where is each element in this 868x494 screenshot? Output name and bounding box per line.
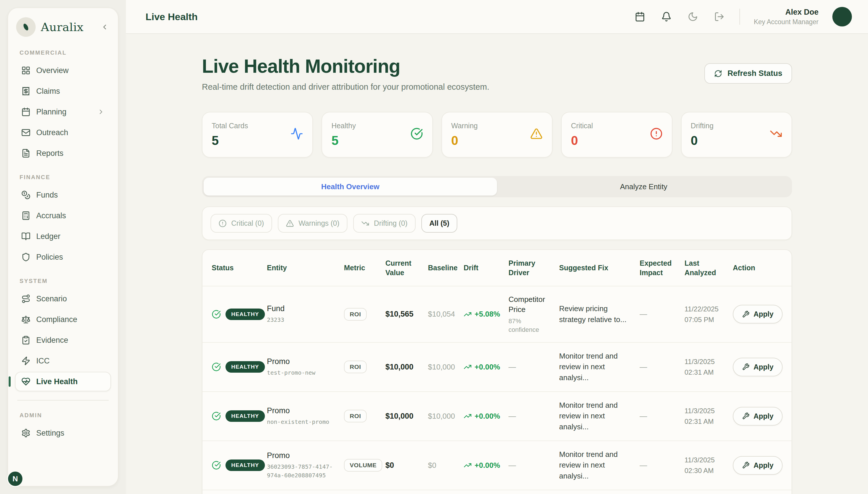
route-icon: [21, 294, 31, 303]
sidebar-item-outreach[interactable]: Outreach: [15, 123, 111, 142]
apply-label: Apply: [754, 363, 773, 371]
page-title: Live Health Monitoring: [202, 55, 489, 77]
metric-badge: VOLUME: [344, 459, 382, 472]
analyzed-time: 07:05 PM: [684, 314, 727, 325]
col-primary-driver: Primary Driver: [509, 250, 559, 286]
sidebar-item-reports[interactable]: Reports: [15, 144, 111, 163]
apply-button[interactable]: Apply: [733, 456, 782, 475]
stat-card-healthy: Healthy5: [322, 112, 433, 157]
sidebar-item-claims[interactable]: Claims: [15, 81, 111, 101]
wrench-icon: [742, 310, 750, 318]
suggested-fix: Monitor trend and review in next analysi…: [559, 392, 640, 440]
entity-name: Fund: [267, 304, 338, 313]
sidebar-item-compliance[interactable]: Compliance: [15, 310, 111, 329]
avatar[interactable]: [832, 7, 852, 26]
apply-button[interactable]: Apply: [733, 305, 782, 323]
sidebar-item-policies[interactable]: Policies: [15, 247, 111, 267]
sidebar-item-icc[interactable]: ICC: [15, 351, 111, 370]
col-drift: Drift: [464, 254, 509, 281]
analyzed-date: 11/3/2025: [684, 455, 727, 465]
filter-label: All (5): [429, 219, 449, 227]
sidebar-item-overview[interactable]: Overview: [15, 61, 111, 80]
baseline-value: $0: [428, 453, 464, 478]
sidebar-item-scenario[interactable]: Scenario: [15, 289, 111, 308]
scale-icon: [21, 315, 31, 324]
baseline-value: $10,054: [428, 302, 464, 327]
sidebar-item-evidence[interactable]: Evidence: [15, 330, 111, 350]
analyzed-date: 11/3/2025: [684, 405, 727, 416]
sidebar-item-live-health[interactable]: Live Health: [15, 372, 111, 391]
section-label-admin: ADMIN: [20, 412, 107, 419]
filter-all[interactable]: All (5): [421, 214, 457, 233]
status-badge: HEALTHY: [226, 308, 265, 320]
trending-down-icon: [770, 127, 782, 140]
refresh-status-button[interactable]: Refresh Status: [704, 63, 792, 84]
col-entity: Entity: [267, 254, 344, 281]
notification-badge[interactable]: N: [7, 471, 24, 487]
sidebar-item-label: Policies: [36, 253, 63, 262]
chevron-left-icon: [101, 23, 109, 31]
sidebar-collapse-button[interactable]: [99, 22, 110, 32]
filter-critical[interactable]: Critical (0): [210, 214, 272, 233]
apply-button[interactable]: Apply: [733, 358, 782, 376]
check-circle-icon: [212, 362, 221, 372]
apply-button[interactable]: Apply: [733, 407, 782, 425]
calendar-button[interactable]: [634, 11, 646, 23]
metric-badge: ROI: [344, 308, 367, 321]
moon-icon: [688, 12, 698, 22]
apply-label: Apply: [754, 310, 773, 318]
page-subtitle: Real-time drift detection and driver att…: [202, 82, 489, 92]
logout-button[interactable]: [713, 11, 725, 23]
tab-analyze-entity[interactable]: Analyze Entity: [497, 178, 790, 195]
alert-triangle-icon: [286, 220, 294, 227]
stat-label: Total Cards: [212, 121, 248, 130]
stat-value: 0: [451, 133, 478, 148]
filter-drifting[interactable]: Drifting (0): [353, 214, 416, 233]
alert-circle-icon: [650, 127, 663, 140]
entity-id: 23233: [267, 316, 338, 324]
primary-driver: Competitor Price: [509, 294, 553, 315]
entity-name: Promo: [267, 357, 338, 366]
primary-driver: —: [509, 404, 559, 429]
shield-icon: [21, 252, 31, 262]
baseline-value: $10,000: [428, 404, 464, 429]
stat-label: Drifting: [691, 121, 714, 130]
refresh-status-label: Refresh Status: [728, 69, 782, 78]
receipt-icon: [21, 87, 31, 96]
file-text-icon: [21, 149, 31, 158]
sidebar-item-ledger[interactable]: Ledger: [15, 227, 111, 246]
filter-label: Warnings (0): [299, 219, 339, 227]
dark-mode-button[interactable]: [686, 11, 699, 23]
expected-impact: —: [640, 404, 684, 429]
sidebar-item-label: Overview: [36, 66, 69, 75]
sidebar-item-label: Accruals: [36, 211, 66, 220]
current-value: $0: [385, 453, 428, 478]
stat-value: 5: [331, 133, 356, 148]
col-expected-impact: Expected Impact: [640, 250, 684, 286]
heart-pulse-icon: [21, 377, 31, 386]
stat-card-total-cards: Total Cards5: [202, 112, 313, 157]
sidebar-item-funds[interactable]: Funds: [15, 185, 111, 205]
sidebar-item-label: Outreach: [36, 128, 68, 137]
sidebar-item-label: Settings: [36, 429, 64, 438]
alert-circle-icon: [219, 220, 227, 227]
section-label-finance: FINANCE: [20, 174, 107, 180]
sidebar-item-settings[interactable]: Settings: [15, 423, 111, 443]
filter-bar: Critical (0) Warnings (0) Drifting (0) A…: [202, 207, 792, 240]
sidebar-item-label: Claims: [36, 87, 60, 96]
wrench-icon: [742, 363, 750, 370]
wrench-icon: [742, 412, 750, 420]
sidebar-item-label: Live Health: [36, 377, 78, 386]
entity-id: test-promo-new: [267, 368, 338, 377]
baseline-value: $10,000: [428, 355, 464, 380]
current-value: $10,000: [385, 355, 428, 380]
sidebar-item-accruals[interactable]: Accruals: [15, 206, 111, 225]
sidebar-item-planning[interactable]: Planning: [15, 102, 111, 121]
apply-label: Apply: [754, 461, 773, 470]
refresh-icon: [714, 70, 722, 78]
expected-impact: —: [640, 302, 684, 327]
notifications-button[interactable]: [660, 11, 673, 23]
col-current-value: Current Value: [385, 250, 428, 286]
tab-health-overview[interactable]: Health Overview: [204, 178, 497, 195]
filter-warnings[interactable]: Warnings (0): [278, 214, 347, 233]
